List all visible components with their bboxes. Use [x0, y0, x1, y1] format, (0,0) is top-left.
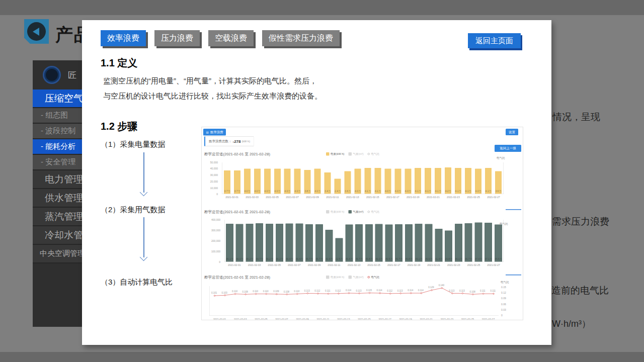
bar: 36.7万: [465, 223, 472, 262]
bar: 4.0万: [384, 169, 391, 194]
bar: 4.1万: [485, 168, 492, 194]
bar: 4.0万: [264, 169, 271, 194]
bar: 4.0万: [274, 169, 281, 194]
sidebar-item-cooling-water-mgmt[interactable]: 冷却水管理: [33, 226, 82, 245]
bar: 4.1万: [465, 168, 471, 194]
bar: 3.8万: [304, 170, 311, 194]
clipped-button-decoration: [506, 275, 521, 276]
point-label: 0.111: [480, 290, 486, 292]
top-letterbox: [0, 0, 644, 15]
sidebar-item-water-supply-mgmt[interactable]: 供水管理: [33, 189, 82, 208]
legend-item[interactable]: 电气比: [368, 276, 380, 280]
bar: 37.4万: [474, 223, 482, 262]
back-arrow-icon[interactable]: [24, 19, 49, 44]
fragment-text-3: 造前的电气比: [551, 284, 609, 297]
settings-button[interactable]: 设置: [506, 129, 518, 135]
point-label: 0.111: [491, 290, 496, 292]
bar: 36.2万: [276, 224, 283, 262]
point-label: 0.113: [356, 289, 362, 292]
bar: 35.7万: [355, 224, 363, 262]
bar: 35.7万: [315, 224, 323, 262]
screenshot-header-badge[interactable]: ▤ 效率浪费: [203, 129, 226, 136]
legend-item[interactable]: 电量(kW·h): [326, 210, 345, 214]
back-to-previous-button[interactable]: 返回上一级: [495, 145, 521, 152]
point-label: 0.115: [366, 289, 372, 292]
legend-item[interactable]: 气量(m³): [348, 210, 363, 214]
software-screenshot: ▤ 效率浪费 设置 效率浪费总数： -278 (kW·h) 返回上一级 桦宇总管…: [201, 127, 523, 320]
bar: 4.1万: [435, 168, 441, 194]
stat-label: 效率浪费总数：: [209, 139, 232, 144]
bar: 4.0万: [244, 169, 251, 194]
bar: 4.1万: [425, 168, 431, 194]
bar: 4.0万: [314, 169, 321, 194]
point-label: 0.114: [408, 289, 413, 292]
point-label: 0.110: [263, 290, 269, 293]
legend-item[interactable]: 电量(kW·h): [326, 152, 345, 156]
point-label: 0.114: [377, 289, 382, 292]
legend-item[interactable]: 电量(kW·h): [326, 276, 345, 280]
right-axis-label: 电气比: [500, 222, 508, 226]
sidebar-item-power-mgmt[interactable]: 电力管理: [33, 170, 82, 189]
sidebar: 匠 压缩空气 - 组态图 - 波段控制 - 能耗分析 - 安全管理 电力管理 供…: [33, 60, 82, 327]
bar: 36.0万: [375, 224, 383, 262]
point-label: 0.103: [222, 291, 227, 294]
bar: 36.1万: [455, 224, 462, 262]
point-label: 0.113: [304, 289, 310, 292]
fragment-text-4: W·h/m³）: [552, 318, 591, 330]
return-home-button[interactable]: 返回主页面: [468, 33, 521, 48]
bar: 4.1万: [415, 168, 421, 194]
sidebar-item-energy-analysis[interactable]: - 能耗分析: [33, 139, 82, 155]
down-arrow-icon: [139, 152, 147, 196]
right-y-axis-ticks: 0.150.120.090.060.030: [501, 286, 506, 317]
stat-value: -278: [233, 139, 241, 144]
point-label: 0.112: [387, 290, 392, 292]
bar: 35.5万: [385, 225, 392, 262]
legend-item[interactable]: 气量(m³): [348, 276, 363, 280]
sidebar-item-band-control[interactable]: - 波段控制: [33, 124, 82, 139]
bar: 36.7万: [256, 223, 263, 262]
legend-item[interactable]: 电气比: [368, 152, 380, 156]
plot-area: 0.1010.1030.1100.1080.1100.1100.1090.108…: [209, 286, 499, 316]
chart-legend: 电量(kW·h)气量(m³)电气比: [202, 152, 504, 156]
company-logo-icon: [43, 66, 61, 84]
point-label: 0.110: [294, 290, 299, 293]
sidebar-item-safety-mgmt[interactable]: - 安全管理: [33, 155, 82, 170]
point-label: 0.109: [273, 290, 279, 293]
company-logo-text: 匠: [68, 69, 76, 81]
point-label: 0.110: [253, 290, 258, 293]
y-axis-ticks: 50,00040,00030,00020,00010,0000: [202, 161, 220, 196]
point-label: 0.114: [346, 289, 351, 292]
tab-efficiency-waste[interactable]: 效率浪费: [101, 30, 146, 46]
chart-legend: 电量(kW·h)气量(m³)电气比: [202, 210, 504, 214]
sidebar-item-steam-mgmt[interactable]: 蒸汽管理: [33, 208, 82, 226]
bar: 35.8万: [405, 224, 413, 262]
bar: 30.4万: [326, 230, 333, 262]
chart-badge-icon: ▤: [206, 131, 209, 134]
bar: 22.5万: [335, 238, 343, 262]
right-axis-label: 电气比: [501, 280, 509, 284]
legend-item[interactable]: 气量(m³): [348, 152, 363, 156]
sidebar-item-compressed-air[interactable]: 压缩空气: [33, 89, 82, 108]
bar: 36.4万: [286, 224, 293, 262]
tab-false-demand-pressure-waste[interactable]: 假性需求压力浪费: [262, 30, 340, 46]
bar: 31.4万: [435, 229, 442, 262]
sidebar-item-hvac-mgmt[interactable]: 中央空调管理: [33, 245, 82, 263]
bar: 4.0万: [354, 169, 361, 194]
bar: 2.4万: [335, 179, 341, 194]
bar: 36.4万: [295, 224, 303, 262]
point-label: 0.101: [211, 292, 217, 294]
step-3: （3）自动计算电气比: [101, 278, 173, 287]
tab-pressure-waste[interactable]: 压力浪费: [154, 30, 200, 46]
electricity-bar-chart: 桦宇总管道(2021-02-01 至 2021-02-28) 电量(kW·h)气…: [202, 127, 523, 320]
point-label: 0.113: [459, 289, 465, 292]
definition-title: 1.1 定义: [101, 56, 137, 70]
tab-idle-waste[interactable]: 空载浪费: [208, 30, 254, 46]
bar: 4.0万: [254, 169, 261, 194]
point-label: 0.140: [439, 284, 444, 287]
legend-item[interactable]: 电气比: [368, 210, 380, 214]
point-label: 0.112: [335, 290, 341, 292]
bar: 36.0万: [236, 224, 244, 262]
badge-label: 效率浪费: [210, 130, 223, 134]
stat-unit: (kW·h): [242, 140, 251, 143]
sidebar-item-config-diagram[interactable]: - 组态图: [33, 108, 82, 124]
